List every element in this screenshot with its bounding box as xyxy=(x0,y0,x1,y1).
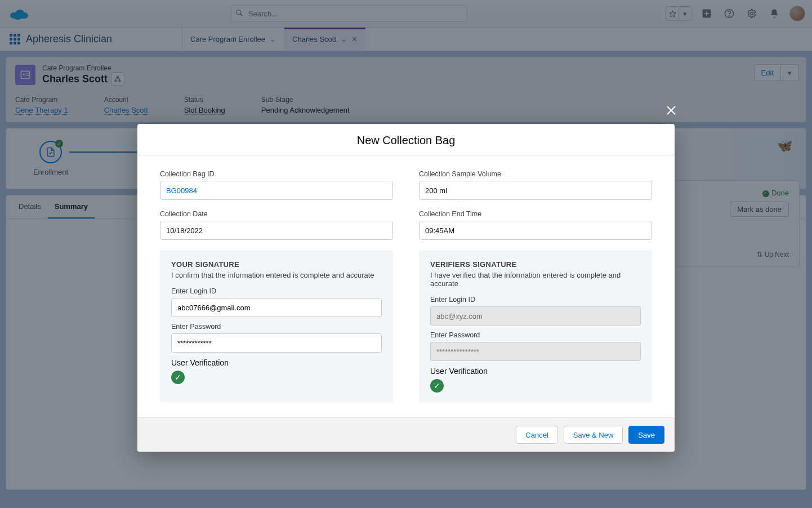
verifier-login-input[interactable] xyxy=(430,306,641,326)
collection-sample-volume-input[interactable] xyxy=(419,181,652,200)
new-collection-bag-modal: New Collection Bag Collection Bag ID Col… xyxy=(137,124,675,452)
save-and-new-button[interactable]: Save & New xyxy=(564,426,623,444)
verifier-login-label: Enter Login ID xyxy=(430,296,641,304)
verification-check-icon: ✓ xyxy=(430,379,444,393)
verifier-password-input[interactable] xyxy=(430,342,641,361)
verifier-signature-panel: VERIFIERS SIGNATURE I have verified that… xyxy=(419,250,652,403)
self-login-input[interactable] xyxy=(171,298,382,317)
save-button[interactable]: Save xyxy=(628,426,664,444)
self-login-label: Enter Login ID xyxy=(171,287,382,295)
collection-end-time-label: Collection End Time xyxy=(419,210,652,218)
collection-date-input[interactable] xyxy=(160,221,393,240)
self-password-input[interactable] xyxy=(171,333,382,353)
verifier-verification-label: User Verification xyxy=(430,367,641,376)
self-password-label: Enter Password xyxy=(171,323,382,331)
modal-footer: Cancel Save & New Save xyxy=(137,417,675,452)
collection-bag-id-input[interactable] xyxy=(160,181,393,200)
verifier-signature-title: VERIFIERS SIGNATURE xyxy=(430,260,641,269)
bag-id-label: Collection Bag ID xyxy=(160,170,393,178)
modal-close-button[interactable] xyxy=(661,100,681,121)
your-signature-title: YOUR SIGNATURE xyxy=(171,260,382,269)
your-signature-desc: I confirm that the information entered i… xyxy=(171,271,382,279)
verifier-password-label: Enter Password xyxy=(430,331,641,339)
your-signature-panel: YOUR SIGNATURE I confirm that the inform… xyxy=(160,250,393,403)
cancel-button[interactable]: Cancel xyxy=(516,426,557,444)
modal-title: New Collection Bag xyxy=(137,124,675,155)
verifier-signature-desc: I have verified that the information ent… xyxy=(430,271,641,288)
self-verification-label: User Verification xyxy=(171,358,382,367)
modal-overlay: New Collection Bag Collection Bag ID Col… xyxy=(0,0,812,508)
collection-date-label: Collection Date xyxy=(160,210,393,218)
verification-check-icon: ✓ xyxy=(171,371,185,384)
sample-volume-label: Collection Sample Volume xyxy=(419,170,652,178)
collection-end-time-input[interactable] xyxy=(419,221,652,240)
